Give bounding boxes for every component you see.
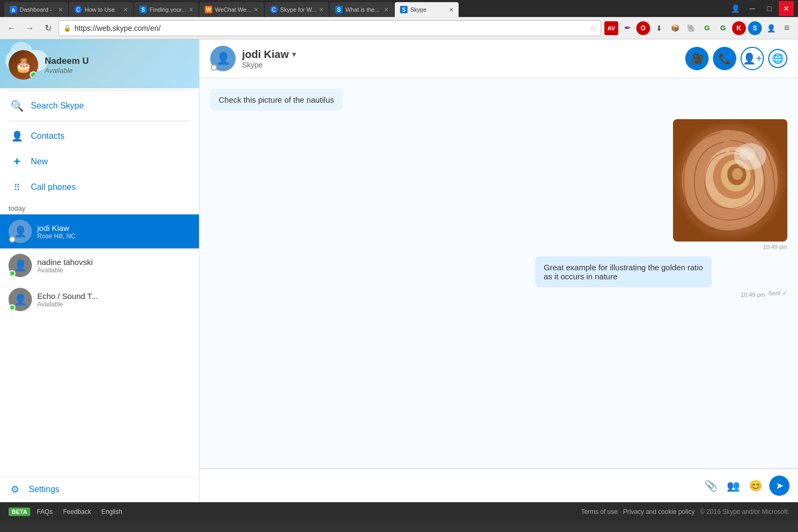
tab-close-skypefor[interactable]: × xyxy=(319,5,323,14)
contact-info-nadine: nadine tahovski Available xyxy=(37,257,190,274)
nav-divider-2 xyxy=(9,121,190,121)
menu-icon[interactable]: ≡ xyxy=(780,21,794,35)
user-profile: 🎂 Nadeem U Available xyxy=(0,39,199,88)
window-controls: 👤 ─ □ ✕ xyxy=(728,1,794,16)
reload-button[interactable]: ↻ xyxy=(40,21,55,36)
nav-divider-1 xyxy=(9,90,190,91)
avatar: 🎂 xyxy=(9,50,38,80)
tab-dashboard[interactable]: a Dashboard - × xyxy=(4,2,68,17)
sidebar-item-search[interactable]: 🔍 Search Skype xyxy=(9,93,190,119)
add-contact-button[interactable]: 👤+ xyxy=(741,47,764,70)
bookmark-icon[interactable]: ☆ xyxy=(589,24,596,32)
tab-label-skype: Skype xyxy=(410,6,446,13)
contact-avatar-nadine: 👤 xyxy=(9,254,32,277)
message-input-area: 📎 👥 😊 ➤ xyxy=(200,469,798,502)
chat-contact-info: jodi Kiaw ▾ Skype xyxy=(242,48,679,69)
maximize-btn[interactable]: □ xyxy=(762,1,777,16)
tab-label-wechat: WeChat We... xyxy=(215,6,251,13)
footer-sep-2: · xyxy=(95,508,97,516)
tab-label-whatis: What is the... xyxy=(345,6,381,13)
forward-button[interactable]: → xyxy=(22,21,37,36)
sidebar-item-call-phones[interactable]: ⠿ Call phones xyxy=(9,174,190,200)
globe-icon: 🌐 xyxy=(772,53,784,64)
grammarly-icon[interactable]: G xyxy=(700,21,714,35)
tab-close-whatis[interactable]: × xyxy=(384,5,388,14)
contact-subtitle-echo: Available xyxy=(37,301,190,308)
globe-button[interactable]: 🌐 xyxy=(768,49,787,68)
search-label: Search Skype xyxy=(31,101,84,111)
tab-close-wechat[interactable]: × xyxy=(254,5,258,14)
chat-contact-name: jodi Kiaw ▾ xyxy=(242,48,679,61)
download-icon[interactable]: ⬇ xyxy=(652,21,666,35)
message-time-sent: 10:49 pm xyxy=(741,292,765,298)
video-icon: 🎥 xyxy=(691,52,704,65)
contact-avatar-echo: 👤 xyxy=(9,288,32,311)
message-image-wrapper: 10:49 pm xyxy=(673,117,787,250)
video-call-button[interactable]: 🎥 xyxy=(685,47,709,70)
footer-feedback-link[interactable]: Feedback xyxy=(63,508,92,516)
tab-label-dashboard: Dashboard - xyxy=(20,6,56,13)
minimize-btn[interactable]: ─ xyxy=(745,1,760,16)
tab-howto[interactable]: C How to Use × xyxy=(69,2,133,17)
tab-whatis[interactable]: S What is the... × xyxy=(330,2,394,17)
contact-status-jodi xyxy=(9,236,15,243)
tab-close-finding[interactable]: × xyxy=(189,5,193,14)
send-file-button[interactable]: 📎 xyxy=(702,477,719,494)
k-icon[interactable]: K xyxy=(732,21,746,35)
sidebar-item-new[interactable]: + New xyxy=(9,149,190,174)
contact-name-nadine: nadine tahovski xyxy=(37,257,190,267)
grammarly2-icon[interactable]: G xyxy=(716,21,730,35)
footer-copyright: © 2016 Skype and/or Microsoft. xyxy=(700,508,789,516)
user-info: Nadeem U Available xyxy=(45,56,89,74)
stylus-icon[interactable]: ✒ xyxy=(620,21,634,35)
sidebar-item-contacts[interactable]: 👤 Contacts xyxy=(9,123,190,149)
tab-finding[interactable]: S Finding your... × xyxy=(134,2,198,17)
tab-skype[interactable]: S Skype × xyxy=(395,2,459,17)
avast-icon[interactable]: AV xyxy=(604,21,618,35)
footer-terms[interactable]: Terms of use xyxy=(581,508,618,516)
chat-avatar: 👤 xyxy=(210,46,236,71)
tab-wechat[interactable]: W WeChat We... × xyxy=(200,2,263,17)
input-actions: 📎 👥 😊 ➤ xyxy=(702,476,789,496)
emoji-button[interactable]: 😊 xyxy=(747,477,764,494)
contact-name-echo: Echo / Sound T... xyxy=(37,292,190,301)
footer-english-link[interactable]: English xyxy=(102,508,122,516)
voice-call-button[interactable]: 📞 xyxy=(713,47,736,70)
close-btn[interactable]: ✕ xyxy=(779,1,794,16)
address-bar[interactable]: 🔒 https://web.skype.com/en/ ☆ xyxy=(59,20,601,36)
footer-faqs-link[interactable]: FAQs xyxy=(37,508,53,516)
evernote-icon[interactable]: 🐘 xyxy=(684,21,698,35)
contacts-icon: 👤 xyxy=(11,130,23,143)
skype-icon[interactable]: S xyxy=(748,21,762,35)
new-label: New xyxy=(31,157,48,167)
tab-close-dashboard[interactable]: × xyxy=(59,5,63,14)
opera-icon[interactable]: O xyxy=(636,21,650,35)
sidebar-item-settings[interactable]: ⚙ Settings xyxy=(0,476,199,502)
search-icon: 🔍 xyxy=(11,99,23,112)
message-sent-1: Great example for illustrating the golde… xyxy=(535,256,712,287)
contact-item-nadine[interactable]: 👤 nadine tahovski Available xyxy=(0,248,199,282)
person-icon[interactable]: 👤 xyxy=(764,21,778,35)
footer-sep-3: · xyxy=(619,508,623,516)
send-button[interactable]: ➤ xyxy=(769,476,789,496)
contact-item-jodi[interactable]: 👤 jodi Kiaw Rose Hill, NC xyxy=(0,214,199,248)
phone-icon: 📞 xyxy=(718,52,732,65)
send-icon: ➤ xyxy=(776,480,784,492)
add-contact-chat-button[interactable]: 👥 xyxy=(725,477,742,494)
message-meta: 10:49 pm Sent ✓ xyxy=(535,289,787,298)
contact-item-echo[interactable]: 👤 Echo / Sound T... Available xyxy=(0,282,199,317)
message-input[interactable] xyxy=(208,478,696,494)
messages-area: Check this picture of the nautilus xyxy=(200,78,798,468)
tab-close-howto[interactable]: × xyxy=(123,5,128,14)
back-button[interactable]: ← xyxy=(4,21,19,36)
lock-icon: 🔒 xyxy=(63,24,71,32)
box-icon[interactable]: 📦 xyxy=(668,21,682,35)
svg-point-7 xyxy=(732,168,743,180)
settings-icon: ⚙ xyxy=(9,483,21,496)
footer-privacy[interactable]: Privacy and cookie policy xyxy=(623,508,695,516)
sent-status-text: Sent xyxy=(768,290,780,296)
tab-skypefor[interactable]: C Skype for W... × xyxy=(265,2,329,17)
dropdown-arrow-icon[interactable]: ▾ xyxy=(292,50,296,59)
user-icon-btn[interactable]: 👤 xyxy=(728,1,743,16)
tab-close-skype[interactable]: × xyxy=(449,5,453,14)
